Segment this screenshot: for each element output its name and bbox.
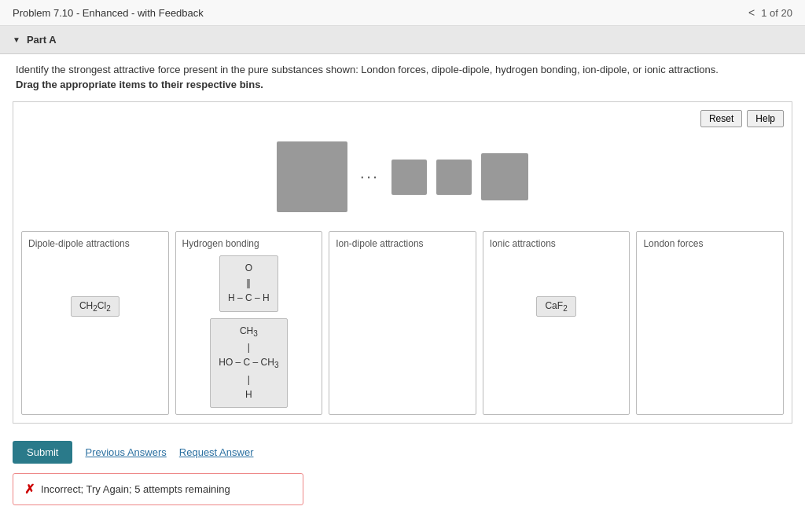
toolbar: Reset Help [21,110,784,127]
propanol-h: H [219,387,278,402]
problem-title: Problem 7.10 - Enhanced - with Feedback [13,7,204,19]
bin-dipole-dipole-content: CH2Cl2 [28,255,162,358]
bin-london-forces[interactable]: London forces [636,231,784,415]
propanol-ho-c-ch3: HO – C – CH3 [219,355,278,372]
bin-hydrogen-bonding-content: O ‖ H – C – H CH3 | HO – C – CH3 | H [182,255,316,408]
drag-block-large[interactable] [277,141,347,212]
drag-source-area: ··· [21,134,784,228]
propanol-bond2: | [219,372,278,387]
bin-dipole-dipole-label: Dipole-dipole attractions [28,238,162,249]
error-box: ✗ Incorrect; Try Again; 5 attempts remai… [13,473,303,505]
error-message: Incorrect; Try Again; 5 attempts remaini… [41,483,230,495]
propanol-ch3: CH3 [219,324,278,340]
dots-separator: ··· [360,167,379,187]
molecule-propanol[interactable]: CH3 | HO – C – CH3 | H [210,318,287,408]
formaldehyde-o: O [228,261,270,276]
previous-answers-button[interactable]: Previous Answers [85,446,166,458]
bin-hydrogen-bonding[interactable]: Hydrogen bonding O ‖ H – C – H CH3 | HO … [175,231,323,415]
propanol-bond1: | [219,340,278,355]
bin-hydrogen-bonding-label: Hydrogen bonding [182,238,316,249]
bin-london-forces-content [643,255,777,358]
drag-block-medium[interactable] [481,153,528,200]
help-button[interactable]: Help [747,110,784,127]
molecule-formaldehyde[interactable]: O ‖ H – C – H [219,255,278,312]
request-answer-button[interactable]: Request Answer [179,446,254,458]
pagination-text: 1 of 20 [761,7,792,19]
pagination-nav: < 1 of 20 [748,6,792,19]
bin-dipole-dipole[interactable]: Dipole-dipole attractions CH2Cl2 [21,231,169,415]
main-content-area: Reset Help ··· Dipole-dipole attractions… [13,101,792,424]
part-a-header: ▼ Part A [0,26,805,54]
submit-button[interactable]: Submit [13,441,72,464]
bin-london-forces-label: London forces [643,238,777,249]
drag-block-small-2[interactable] [436,160,472,195]
collapse-icon[interactable]: ▼ [13,35,20,44]
molecule-caf2[interactable]: CaF2 [536,296,575,317]
error-icon: ✗ [24,482,35,497]
bottom-bar: Submit Previous Answers Request Answer [0,431,805,473]
instruction-line2: Drag the appropriate items to their resp… [16,79,789,90]
top-bar: Problem 7.10 - Enhanced - with Feedback … [0,0,805,26]
reset-button[interactable]: Reset [700,110,742,127]
bin-ionic[interactable]: Ionic attractions CaF2 [483,231,630,415]
molecule-ch2cl2[interactable]: CH2Cl2 [71,296,119,317]
bin-ionic-content: CaF2 [490,255,623,358]
formaldehyde-h-c-h: H – C – H [228,291,270,306]
bin-ion-dipole-label: Ion-dipole attractions [336,238,469,249]
bin-ion-dipole[interactable]: Ion-dipole attractions [329,231,476,415]
instructions-block: Identify the strongest attractive force … [0,54,805,94]
bins-container: Dipole-dipole attractions CH2Cl2 Hydroge… [21,231,784,415]
formaldehyde-double-bond: ‖ [228,276,270,291]
chevron-left-icon[interactable]: < [748,6,755,19]
part-a-label: Part A [27,34,57,46]
bin-ionic-label: Ionic attractions [490,238,623,249]
bin-ion-dipole-content [336,255,469,358]
instruction-line1: Identify the strongest attractive force … [16,64,789,75]
drag-block-small-1[interactable] [391,160,427,195]
